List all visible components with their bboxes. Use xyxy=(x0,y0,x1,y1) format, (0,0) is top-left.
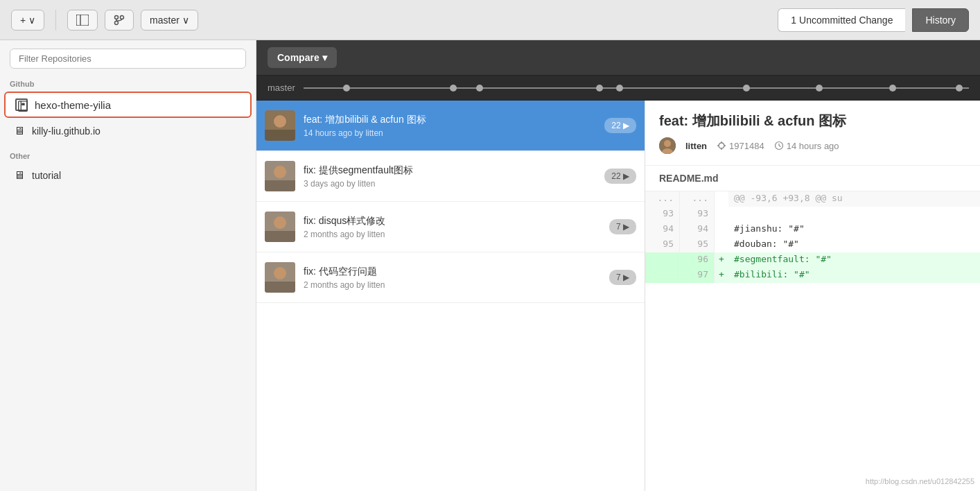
diff-row-94: 94 94 #jianshu: "#" xyxy=(645,222,980,237)
diff-sign-96: + xyxy=(715,252,728,268)
commit-list: feat: 增加bilibili & acfun 图标 14 hours ago… xyxy=(256,101,645,491)
sidebar: Github hexo-theme-yilia 🖥 killy-liu.gith… xyxy=(0,40,256,491)
commit-badge-0[interactable]: 22 ▶ xyxy=(604,118,636,133)
branch-selector[interactable]: master ∨ xyxy=(141,10,198,31)
diff-code-95: #douban: "#" xyxy=(728,237,980,252)
diff-code-97: #bilibili: "#" xyxy=(728,268,980,283)
svg-point-28 xyxy=(719,143,724,148)
diff-row-93: 93 93 xyxy=(645,207,980,222)
svg-rect-20 xyxy=(265,231,295,242)
diff-code-96: #segmentfault: "#" xyxy=(728,252,980,268)
diff-table: ... ... @@ -93,6 +93,8 @@ su 93 93 94 94 xyxy=(645,191,980,491)
commit-item-0[interactable]: feat: 增加bilibili & acfun 图标 14 hours ago… xyxy=(256,101,645,151)
detail-time-container: 14 hours ago xyxy=(774,141,839,151)
branch-timeline-label: master xyxy=(268,83,295,93)
commit-item-1[interactable]: fix: 提供segmentfault图标 3 days ago by litt… xyxy=(256,151,645,202)
filter-repositories-input[interactable] xyxy=(10,49,246,69)
detail-header: feat: 增加bilibili & acfun 图标 litten xyxy=(645,101,980,166)
sidebar-item-hexo-theme-yilia[interactable]: hexo-theme-yilia xyxy=(4,92,252,118)
diff-new-96: 96 xyxy=(680,252,715,268)
commit-meta-3: 2 months ago by litten xyxy=(304,280,601,290)
sidebar-item-killy-liu[interactable]: 🖥 killy-liu.github.io xyxy=(4,119,252,143)
repo-name-hexo: hexo-theme-yilia xyxy=(35,99,111,111)
commit-sha-icon xyxy=(717,141,726,150)
svg-rect-12 xyxy=(265,130,295,141)
diff-sign-95 xyxy=(715,237,728,252)
commit-item-3[interactable]: fix: 代码空行问题 2 months ago by litten 7 ▶ xyxy=(256,252,645,303)
commit-info-2: fix: disqus样式修改 2 months ago by litten xyxy=(304,215,601,239)
svg-rect-24 xyxy=(265,282,295,293)
diff-row-97: 97 + #bilibili: "#" xyxy=(645,268,980,283)
detail-sha-container: 1971484 xyxy=(717,141,764,151)
diff-sign-93 xyxy=(715,207,728,222)
commit-item-2[interactable]: fix: disqus样式修改 2 months ago by litten 7… xyxy=(256,202,645,252)
svg-rect-16 xyxy=(265,180,295,191)
commit-info-0: feat: 增加bilibili & acfun 图标 14 hours ago… xyxy=(304,114,596,138)
svg-point-3 xyxy=(121,15,124,19)
commit-avatar-1 xyxy=(265,161,295,191)
diff-code: @@ -93,6 +93,8 @@ su xyxy=(728,191,980,207)
commit-meta-0: 14 hours ago by litten xyxy=(304,128,596,138)
diff-row-96: 96 + #segmentfault: "#" xyxy=(645,252,980,268)
commit-avatar-3 xyxy=(265,262,295,293)
commit-badge-1[interactable]: 22 ▶ xyxy=(604,169,636,184)
repo-name-tutorial: tutorial xyxy=(32,170,61,181)
detail-file-name: README.md xyxy=(645,166,980,191)
diff-code-93 xyxy=(728,207,980,222)
commit-avatar-0 xyxy=(265,110,295,141)
svg-point-26 xyxy=(664,140,671,147)
svg-point-14 xyxy=(274,166,286,178)
diff-row-omission: ... ... @@ -93,6 +93,8 @@ su xyxy=(645,191,980,207)
history-button[interactable]: History xyxy=(912,8,969,32)
github-section-title: Github xyxy=(0,77,256,91)
branch-view-button[interactable] xyxy=(105,10,134,31)
commit-avatar-2 xyxy=(265,212,295,242)
commit-title-1: fix: 提供segmentfault图标 xyxy=(304,164,596,177)
svg-point-18 xyxy=(274,216,286,229)
commit-info-1: fix: 提供segmentfault图标 3 days ago by litt… xyxy=(304,164,596,189)
commit-badge-3[interactable]: 7 ▶ xyxy=(609,270,636,285)
svg-point-22 xyxy=(274,267,286,279)
monitor-icon-2: 🖥 xyxy=(14,169,25,182)
sidebar-toggle-button[interactable] xyxy=(67,10,98,31)
detail-panel: feat: 增加bilibili & acfun 图标 litten xyxy=(645,101,980,491)
svg-rect-8 xyxy=(21,103,25,106)
branch-name: master xyxy=(150,15,180,26)
diff-old-94: 94 xyxy=(645,222,680,237)
separator-1 xyxy=(55,10,56,31)
svg-rect-0 xyxy=(76,15,89,26)
diff-old-97 xyxy=(645,268,680,283)
commit-timeline-line xyxy=(304,87,969,89)
diff-old-num: ... xyxy=(645,191,680,207)
branch-timeline: master xyxy=(256,76,980,101)
commits-detail-layout: feat: 增加bilibili & acfun 图标 14 hours ago… xyxy=(256,101,980,491)
diff-old-96 xyxy=(645,252,680,268)
uncommitted-button[interactable]: 1 Uncommitted Change xyxy=(778,8,905,32)
diff-code-94: #jianshu: "#" xyxy=(728,222,980,237)
commit-badge-2[interactable]: 7 ▶ xyxy=(609,219,636,234)
svg-point-2 xyxy=(115,15,119,19)
svg-point-10 xyxy=(274,115,286,128)
branch-icon xyxy=(114,15,125,26)
compare-button[interactable]: Compare ▾ xyxy=(268,47,337,68)
commit-title-2: fix: disqus样式修改 xyxy=(304,215,601,227)
sidebar-item-tutorial[interactable]: 🖥 tutorial xyxy=(4,164,252,187)
content-area: Compare ▾ master xyxy=(256,40,980,491)
diff-new-94: 94 xyxy=(680,222,715,237)
diff-sign xyxy=(715,191,728,207)
diff-old-95: 95 xyxy=(645,237,680,252)
add-button[interactable]: + ∨ xyxy=(11,10,44,31)
commit-meta-1: 3 days ago by litten xyxy=(304,179,596,189)
commit-info-3: fix: 代码空行问题 2 months ago by litten xyxy=(304,266,601,290)
detail-title: feat: 增加bilibili & acfun 图标 xyxy=(659,112,966,130)
diff-old-93: 93 xyxy=(645,207,680,222)
monitor-icon-1: 🖥 xyxy=(14,125,25,137)
diff-new-97: 97 xyxy=(680,268,715,283)
repo-name-killy: killy-liu.github.io xyxy=(32,126,100,137)
detail-time-value: 14 hours ago xyxy=(787,141,839,151)
commit-meta-2: 2 months ago by litten xyxy=(304,230,601,239)
diff-new-93: 93 xyxy=(680,207,715,222)
svg-rect-6 xyxy=(19,101,28,111)
toolbar: + ∨ master ∨ 1 Uncommitted Change Histor… xyxy=(0,0,980,40)
svg-point-4 xyxy=(115,21,119,24)
